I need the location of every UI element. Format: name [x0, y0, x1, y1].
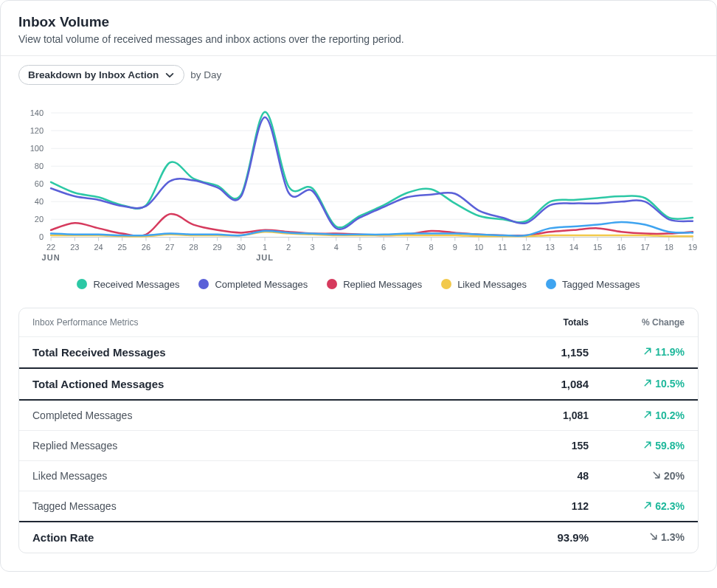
legend-swatch [327, 279, 337, 289]
metric-total: 1,155 [485, 346, 589, 359]
arrow-down-icon [649, 531, 658, 543]
inbox-volume-card: Inbox Volume View total volume of receiv… [0, 0, 717, 572]
controls-row: Breakdown by Inbox Action by Day [1, 56, 716, 85]
metric-change-value: 62.3% [655, 500, 685, 512]
svg-text:6: 6 [381, 243, 386, 252]
svg-text:27: 27 [165, 243, 174, 252]
legend-label: Completed Messages [215, 279, 308, 290]
metric-total: 93.9% [485, 531, 589, 544]
svg-text:JUL: JUL [256, 253, 274, 262]
metrics-row: Total Actioned Messages1,08410.5% [19, 369, 698, 401]
card-header: Inbox Volume View total volume of receiv… [1, 1, 716, 55]
legend-swatch [198, 279, 209, 289]
svg-text:0: 0 [39, 232, 44, 241]
legend-item[interactable]: Replied Messages [327, 279, 422, 290]
arrow-up-icon [643, 409, 652, 421]
metrics-header-label: Inbox Performance Metrics [32, 317, 485, 328]
arrow-down-icon [652, 470, 661, 482]
metric-change: 20% [589, 470, 685, 482]
svg-text:7: 7 [405, 243, 409, 252]
svg-text:17: 17 [640, 243, 649, 252]
metric-label: Tagged Messages [32, 500, 485, 512]
metrics-row: Liked Messages4820% [19, 461, 698, 491]
svg-text:120: 120 [30, 126, 44, 135]
svg-text:JUN: JUN [42, 253, 60, 262]
metric-change: 10.5% [589, 378, 685, 390]
svg-text:29: 29 [212, 243, 221, 252]
metric-change-value: 11.9% [655, 346, 685, 358]
legend-item[interactable]: Liked Messages [441, 279, 527, 290]
granularity-label: by Day [190, 69, 221, 80]
metric-total: 1,081 [485, 409, 589, 421]
metric-label: Replied Messages [32, 440, 485, 452]
chart-container: 02040608010012014022JUN23242526272829301… [1, 85, 716, 274]
svg-text:20: 20 [35, 215, 44, 224]
metric-change-value: 10.5% [655, 378, 685, 390]
svg-text:16: 16 [617, 243, 626, 252]
svg-text:30: 30 [237, 243, 246, 252]
svg-text:100: 100 [30, 144, 44, 153]
metric-change-value: 20% [664, 470, 685, 482]
dropdown-label: Breakdown by Inbox Action [28, 69, 159, 80]
legend-swatch [77, 279, 87, 289]
metric-change: 11.9% [589, 346, 685, 358]
metrics-header-change: % Change [589, 317, 685, 328]
metric-change-value: 59.8% [655, 440, 685, 452]
svg-text:25: 25 [118, 243, 127, 252]
svg-text:18: 18 [665, 243, 673, 252]
svg-text:5: 5 [358, 243, 362, 252]
svg-text:40: 40 [35, 197, 44, 206]
metric-label: Completed Messages [32, 409, 485, 421]
arrow-up-icon [643, 346, 652, 358]
metric-change: 10.2% [589, 409, 685, 421]
breakdown-dropdown[interactable]: Breakdown by Inbox Action [18, 65, 184, 85]
metric-total: 48 [485, 470, 589, 482]
legend-label: Replied Messages [343, 279, 422, 290]
svg-text:4: 4 [334, 243, 339, 252]
metric-change-value: 10.2% [655, 409, 685, 421]
svg-text:10: 10 [474, 243, 483, 252]
svg-text:26: 26 [142, 243, 150, 252]
svg-text:22: 22 [46, 243, 55, 252]
svg-text:15: 15 [593, 243, 602, 252]
svg-text:12: 12 [522, 243, 530, 252]
legend-item[interactable]: Received Messages [77, 279, 179, 290]
svg-text:140: 140 [30, 108, 44, 117]
chart-legend: Received MessagesCompleted MessagesRepli… [1, 274, 716, 305]
metric-label: Total Received Messages [32, 346, 485, 359]
metrics-header-row: Inbox Performance Metrics Totals % Chang… [19, 308, 698, 337]
legend-swatch [546, 279, 556, 289]
metrics-row: Tagged Messages11262.3% [19, 491, 698, 522]
metrics-row: Replied Messages15559.8% [19, 431, 698, 461]
metric-label: Total Actioned Messages [32, 378, 485, 390]
svg-text:9: 9 [453, 243, 457, 252]
arrow-up-icon [643, 500, 652, 512]
legend-item[interactable]: Tagged Messages [546, 279, 640, 290]
legend-label: Tagged Messages [562, 279, 640, 290]
metrics-row: Completed Messages1,08110.2% [19, 401, 698, 431]
inbox-volume-chart: 02040608010012014022JUN23242526272829301… [18, 98, 699, 269]
svg-text:28: 28 [189, 243, 198, 252]
svg-text:23: 23 [70, 243, 79, 252]
card-title: Inbox Volume [18, 14, 699, 30]
metric-total: 155 [485, 440, 589, 452]
svg-text:19: 19 [688, 243, 697, 252]
svg-text:1: 1 [263, 243, 267, 252]
arrow-up-icon [643, 378, 652, 390]
arrow-up-icon [643, 440, 652, 452]
card-subtitle: View total volume of received messages a… [18, 33, 699, 45]
legend-item[interactable]: Completed Messages [198, 279, 308, 290]
svg-text:11: 11 [498, 243, 507, 252]
metric-change: 62.3% [589, 500, 685, 512]
svg-text:14: 14 [569, 243, 578, 252]
chevron-down-icon [164, 70, 175, 80]
svg-text:8: 8 [429, 243, 434, 252]
metric-label: Action Rate [32, 531, 485, 544]
legend-label: Received Messages [93, 279, 179, 290]
metrics-table: Inbox Performance Metrics Totals % Chang… [18, 308, 699, 553]
svg-text:3: 3 [310, 243, 314, 252]
svg-text:24: 24 [94, 243, 103, 252]
svg-text:80: 80 [35, 162, 44, 170]
metrics-row: Action Rate93.9%1.3% [19, 522, 698, 553]
metric-label: Liked Messages [32, 470, 485, 482]
